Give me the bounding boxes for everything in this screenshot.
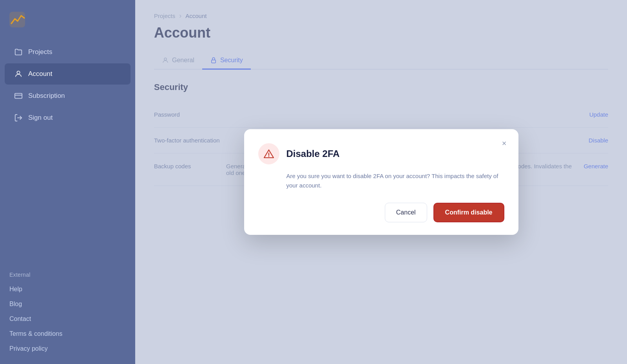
disable-2fa-modal: × Disable 2FA Are you sure you want to d… [244,129,518,235]
sidebar-nav: Projects Account Subscription Sign out [0,41,135,129]
sidebar-item-blog[interactable]: Blog [0,297,135,312]
sidebar-item-label: Sign out [28,114,53,122]
sidebar-item-signout[interactable]: Sign out [5,107,130,128]
sidebar-item-account[interactable]: Account [5,63,130,85]
sidebar-item-subscription[interactable]: Subscription [5,85,130,106]
warning-icon-circle [258,143,279,164]
sidebar-item-label: Account [28,70,52,78]
modal-close-button[interactable]: × [498,137,511,150]
svg-point-1 [17,71,20,74]
modal-overlay: × Disable 2FA Are you sure you want to d… [135,0,627,364]
sidebar-item-label: Projects [28,48,52,56]
triangle-warning-icon [263,148,274,159]
sidebar-item-contact[interactable]: Contact [0,312,135,326]
main-content: Projects › Account Account General Secur… [135,0,627,364]
svg-rect-0 [9,12,25,27]
external-section-label: External [0,261,135,282]
sidebar-item-terms[interactable]: Terms & conditions [0,326,135,341]
sidebar-item-help[interactable]: Help [0,282,135,297]
modal-actions: Cancel Confirm disable [258,203,504,222]
sidebar: Projects Account Subscription Sign out E… [0,0,135,364]
modal-description: Are you sure you want to disable 2FA on … [286,171,504,190]
svg-point-8 [268,156,269,157]
modal-title: Disable 2FA [286,148,340,159]
sidebar-item-projects[interactable]: Projects [5,41,130,63]
modal-header: Disable 2FA [258,143,504,164]
sidebar-item-privacy[interactable]: Privacy policy [0,341,135,356]
app-logo [0,8,135,41]
sidebar-item-label: Subscription [28,92,65,100]
cancel-button[interactable]: Cancel [385,203,427,222]
confirm-disable-button[interactable]: Confirm disable [433,203,504,222]
svg-rect-2 [15,94,22,99]
